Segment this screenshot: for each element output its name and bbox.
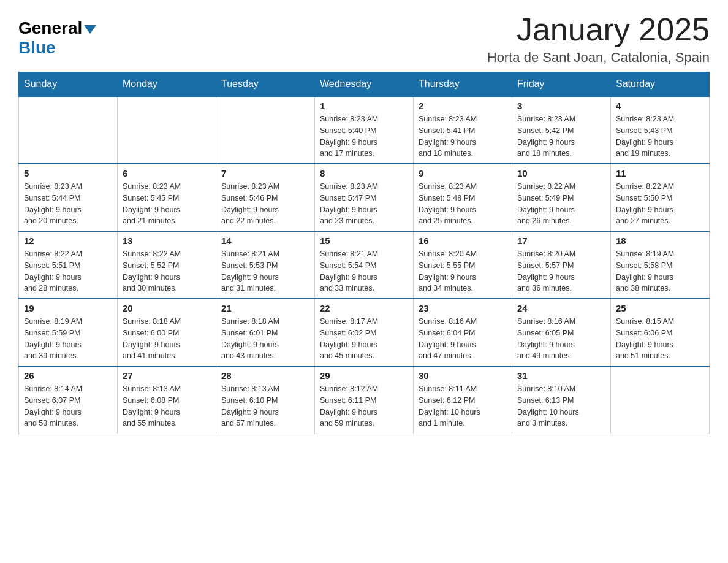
day-info: Sunrise: 8:23 AMSunset: 5:41 PMDaylight:… (419, 113, 507, 159)
day-info: Sunrise: 8:23 AMSunset: 5:46 PMDaylight:… (221, 181, 309, 227)
day-number: 8 (320, 168, 408, 178)
day-number: 30 (419, 370, 507, 381)
header-friday: Friday (512, 72, 611, 97)
table-row: 10Sunrise: 8:22 AMSunset: 5:49 PMDayligh… (512, 164, 611, 231)
logo-general-text: General (18, 18, 96, 38)
day-number: 9 (419, 168, 507, 178)
day-number: 12 (24, 236, 112, 246)
table-row (216, 96, 315, 164)
table-row: 21Sunrise: 8:18 AMSunset: 6:01 PMDayligh… (216, 299, 315, 366)
day-info: Sunrise: 8:22 AMSunset: 5:49 PMDaylight:… (517, 181, 605, 227)
table-row (611, 366, 710, 434)
calendar-week-2: 5Sunrise: 8:23 AMSunset: 5:44 PMDaylight… (19, 164, 710, 231)
table-row: 18Sunrise: 8:19 AMSunset: 5:58 PMDayligh… (611, 231, 710, 299)
day-info: Sunrise: 8:16 AMSunset: 6:05 PMDaylight:… (517, 316, 605, 362)
calendar-week-1: 1Sunrise: 8:23 AMSunset: 5:40 PMDaylight… (19, 96, 710, 164)
header-tuesday: Tuesday (216, 72, 315, 97)
day-info: Sunrise: 8:21 AMSunset: 5:54 PMDaylight:… (320, 248, 408, 294)
table-row: 23Sunrise: 8:16 AMSunset: 6:04 PMDayligh… (414, 299, 512, 366)
page-header: General Blue January 2025 Horta de Sant … (18, 12, 710, 66)
day-info: Sunrise: 8:19 AMSunset: 5:59 PMDaylight:… (24, 316, 112, 362)
table-row: 30Sunrise: 8:11 AMSunset: 6:12 PMDayligh… (414, 366, 512, 434)
day-info: Sunrise: 8:21 AMSunset: 5:53 PMDaylight:… (221, 248, 309, 294)
table-row: 7Sunrise: 8:23 AMSunset: 5:46 PMDaylight… (216, 164, 315, 231)
day-info: Sunrise: 8:11 AMSunset: 6:12 PMDaylight:… (419, 383, 507, 429)
table-row: 24Sunrise: 8:16 AMSunset: 6:05 PMDayligh… (512, 299, 611, 366)
day-number: 2 (419, 101, 507, 111)
day-number: 20 (123, 303, 211, 313)
calendar-header-row: Sunday Monday Tuesday Wednesday Thursday… (19, 72, 710, 97)
logo-arrow-icon (84, 25, 96, 34)
location-text: Horta de Sant Joan, Catalonia, Spain (487, 50, 710, 66)
day-number: 5 (24, 168, 112, 178)
day-number: 28 (221, 370, 309, 381)
header-saturday: Saturday (611, 72, 710, 97)
table-row: 8Sunrise: 8:23 AMSunset: 5:47 PMDaylight… (315, 164, 414, 231)
day-info: Sunrise: 8:23 AMSunset: 5:42 PMDaylight:… (517, 113, 605, 159)
table-row: 22Sunrise: 8:17 AMSunset: 6:02 PMDayligh… (315, 299, 414, 366)
header-sunday: Sunday (19, 72, 118, 97)
table-row: 3Sunrise: 8:23 AMSunset: 5:42 PMDaylight… (512, 96, 611, 164)
day-info: Sunrise: 8:19 AMSunset: 5:58 PMDaylight:… (616, 248, 704, 294)
day-info: Sunrise: 8:10 AMSunset: 6:13 PMDaylight:… (517, 383, 605, 429)
day-number: 29 (320, 370, 408, 381)
day-info: Sunrise: 8:14 AMSunset: 6:07 PMDaylight:… (24, 383, 112, 429)
day-info: Sunrise: 8:23 AMSunset: 5:47 PMDaylight:… (320, 181, 408, 227)
day-number: 24 (517, 303, 605, 313)
table-row: 19Sunrise: 8:19 AMSunset: 5:59 PMDayligh… (19, 299, 118, 366)
calendar-week-4: 19Sunrise: 8:19 AMSunset: 5:59 PMDayligh… (19, 299, 710, 366)
table-row (19, 96, 118, 164)
table-row: 12Sunrise: 8:22 AMSunset: 5:51 PMDayligh… (19, 231, 118, 299)
day-info: Sunrise: 8:20 AMSunset: 5:55 PMDaylight:… (419, 248, 507, 294)
month-title: January 2025 (487, 12, 710, 47)
day-number: 27 (123, 370, 211, 381)
day-info: Sunrise: 8:23 AMSunset: 5:43 PMDaylight:… (616, 113, 704, 159)
day-info: Sunrise: 8:22 AMSunset: 5:52 PMDaylight:… (123, 248, 211, 294)
table-row: 4Sunrise: 8:23 AMSunset: 5:43 PMDaylight… (611, 96, 710, 164)
table-row: 2Sunrise: 8:23 AMSunset: 5:41 PMDaylight… (414, 96, 512, 164)
day-number: 17 (517, 236, 605, 246)
calendar-week-5: 26Sunrise: 8:14 AMSunset: 6:07 PMDayligh… (19, 366, 710, 434)
day-info: Sunrise: 8:22 AMSunset: 5:50 PMDaylight:… (616, 181, 704, 227)
table-row: 9Sunrise: 8:23 AMSunset: 5:48 PMDaylight… (414, 164, 512, 231)
day-number: 14 (221, 236, 309, 246)
table-row: 5Sunrise: 8:23 AMSunset: 5:44 PMDaylight… (19, 164, 118, 231)
table-row: 6Sunrise: 8:23 AMSunset: 5:45 PMDaylight… (118, 164, 216, 231)
table-row (118, 96, 216, 164)
table-row: 31Sunrise: 8:10 AMSunset: 6:13 PMDayligh… (512, 366, 611, 434)
day-info: Sunrise: 8:23 AMSunset: 5:40 PMDaylight:… (320, 113, 408, 159)
table-row: 28Sunrise: 8:13 AMSunset: 6:10 PMDayligh… (216, 366, 315, 434)
day-number: 15 (320, 236, 408, 246)
logo-blue-text: Blue (18, 38, 56, 58)
day-number: 3 (517, 101, 605, 111)
table-row: 15Sunrise: 8:21 AMSunset: 5:54 PMDayligh… (315, 231, 414, 299)
day-info: Sunrise: 8:20 AMSunset: 5:57 PMDaylight:… (517, 248, 605, 294)
calendar-week-3: 12Sunrise: 8:22 AMSunset: 5:51 PMDayligh… (19, 231, 710, 299)
table-row: 16Sunrise: 8:20 AMSunset: 5:55 PMDayligh… (414, 231, 512, 299)
day-number: 4 (616, 101, 704, 111)
day-info: Sunrise: 8:22 AMSunset: 5:51 PMDaylight:… (24, 248, 112, 294)
day-info: Sunrise: 8:23 AMSunset: 5:48 PMDaylight:… (419, 181, 507, 227)
day-number: 25 (616, 303, 704, 313)
day-info: Sunrise: 8:15 AMSunset: 6:06 PMDaylight:… (616, 316, 704, 362)
title-section: January 2025 Horta de Sant Joan, Catalon… (487, 12, 710, 66)
day-info: Sunrise: 8:16 AMSunset: 6:04 PMDaylight:… (419, 316, 507, 362)
day-number: 1 (320, 101, 408, 111)
table-row: 25Sunrise: 8:15 AMSunset: 6:06 PMDayligh… (611, 299, 710, 366)
header-wednesday: Wednesday (315, 72, 414, 97)
day-info: Sunrise: 8:18 AMSunset: 6:00 PMDaylight:… (123, 316, 211, 362)
day-info: Sunrise: 8:18 AMSunset: 6:01 PMDaylight:… (221, 316, 309, 362)
day-number: 23 (419, 303, 507, 313)
day-number: 6 (123, 168, 211, 178)
day-info: Sunrise: 8:13 AMSunset: 6:08 PMDaylight:… (123, 383, 211, 429)
table-row: 17Sunrise: 8:20 AMSunset: 5:57 PMDayligh… (512, 231, 611, 299)
header-thursday: Thursday (414, 72, 512, 97)
table-row: 1Sunrise: 8:23 AMSunset: 5:40 PMDaylight… (315, 96, 414, 164)
day-number: 21 (221, 303, 309, 313)
header-monday: Monday (118, 72, 216, 97)
day-number: 22 (320, 303, 408, 313)
day-number: 10 (517, 168, 605, 178)
table-row: 14Sunrise: 8:21 AMSunset: 5:53 PMDayligh… (216, 231, 315, 299)
table-row: 20Sunrise: 8:18 AMSunset: 6:00 PMDayligh… (118, 299, 216, 366)
day-number: 13 (123, 236, 211, 246)
